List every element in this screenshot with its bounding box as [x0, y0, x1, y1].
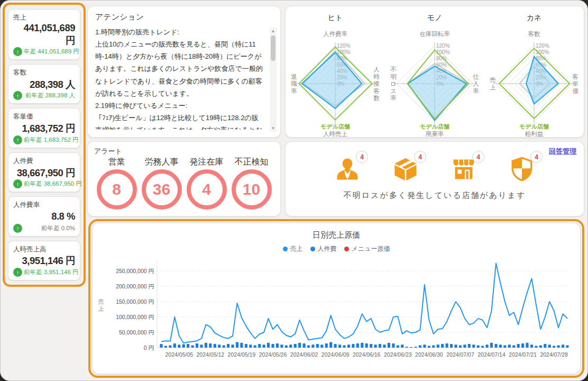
kpi-card: 売上441,051,689 円↑年差 441,051,689 円	[8, 9, 80, 60]
alert-badge: 4	[414, 151, 426, 163]
svg-text:客単価: 客単価	[572, 74, 578, 94]
svg-text:人時接客数: 人時接客数	[373, 66, 380, 101]
scroll-up-icon[interactable]: ▲	[271, 28, 275, 34]
svg-text:60%: 60%	[436, 62, 447, 68]
legend-item: 売上	[283, 244, 303, 253]
kpi-diff-text: 前年差 1,683,752 円	[24, 136, 79, 144]
kpi-label: 人件費	[13, 157, 75, 166]
svg-text:在庫回転率: 在庫回転率	[419, 31, 450, 37]
dashboard: 売上441,051,689 円↑年差 441,051,689 円客数288,39…	[0, 0, 588, 381]
daily-chart-legend: 売上人件費メニュー原価	[93, 244, 580, 253]
store-icon[interactable]: 4	[450, 156, 477, 183]
svg-text:2024/06/02: 2024/06/02	[290, 351, 318, 358]
alert-count-circle[interactable]: 10	[232, 169, 272, 210]
svg-text:0 円: 0 円	[144, 344, 154, 351]
kpi-diff: ↑前年差 38,667,950 円	[13, 179, 75, 188]
kpi-diff-text: 前年差 3,951,146 円	[24, 268, 79, 276]
kpi-card: 人件費38,667,950 円↑前年差 38,667,950 円	[8, 152, 80, 192]
svg-text:人件費率: 人件費率	[323, 31, 347, 37]
attention-text: 1.時間帯別の販売トレンド:上位10のメニューの販売数を見ると、昼間（特に11時…	[95, 26, 273, 130]
kpi-label: 客単価	[13, 112, 75, 121]
alert-count-circle[interactable]: 8	[97, 169, 137, 210]
svg-text:120%: 120%	[436, 43, 450, 49]
svg-text:120%: 120%	[337, 43, 351, 49]
daily-chart-panel: 日別売上原価 売上人件費メニュー原価 0 円50,000,000 円100,00…	[92, 223, 581, 374]
svg-text:2024/07/28: 2024/07/28	[540, 351, 568, 358]
radar-panel: 120%100%80%60%40%20%0%ヒト人件費率人時接客数退職率モデル店…	[285, 6, 584, 138]
alert-panel: アラート 営業8労務人事36発注在庫4不正検知10	[87, 141, 281, 216]
svg-text:廃棄率: 廃棄率	[426, 131, 444, 137]
attention-paragraph: 1.時間帯別の販売トレンド:	[95, 26, 263, 38]
kpi-diff: ↑前年差 3,951,146 円	[13, 268, 75, 277]
svg-text:2024/06/16: 2024/06/16	[353, 351, 381, 358]
svg-text:売上: 売上	[490, 77, 496, 90]
kpi-diff-text: 前年差 288,398 人	[25, 92, 75, 99]
kpi-diff: ↑前年差 1,683,752 円	[13, 135, 75, 144]
kpi-label: 人件費率	[13, 201, 75, 210]
svg-text:2024/06/23: 2024/06/23	[384, 351, 412, 358]
person-icon[interactable]: 4	[334, 156, 361, 183]
shield-icon[interactable]: 4	[508, 156, 536, 183]
scrollbar[interactable]: ▲ ▼	[270, 28, 277, 132]
alert-label: 発注在庫	[190, 157, 224, 168]
kpi-label: 売上	[13, 13, 75, 22]
radar-chart-mono: 120%100%80%60%40%20%0%モノ在庫回転率仕入率不明ロス率モデル…	[385, 6, 484, 137]
attention-paragraph: 上位10のメニューの販売数を見ると、昼間（特に11時-14時）と夕方から夜（特に…	[95, 38, 263, 99]
kpi-value: 1,683,752 円	[13, 122, 75, 135]
scroll-down-icon[interactable]: ▼	[271, 125, 275, 132]
svg-text:粗利益: 粗利益	[525, 131, 544, 137]
kpi-card: 客単価1,683,752 円↑前年差 1,683,752 円	[8, 108, 80, 148]
kpi-label: 客数	[13, 68, 75, 77]
attention-panel: アテンション 1.時間帯別の販売トレンド:上位10のメニューの販売数を見ると、昼…	[87, 6, 281, 138]
scroll-thumb[interactable]	[271, 35, 275, 61]
alert-item: 労務人事36	[142, 157, 182, 210]
radar-chart-hito: 120%100%80%60%40%20%0%ヒト人件費率人時接客数退職率モデル店…	[286, 6, 385, 137]
alert-count-circle[interactable]: 4	[187, 169, 227, 210]
kpi-card: 客数288,398 人↑前年差 288,398 人	[8, 64, 80, 104]
alert-badge: 4	[356, 151, 368, 163]
kpi-label: 人時売上高	[13, 245, 75, 254]
kpi-column-frame: 売上441,051,689 円↑年差 441,051,689 円客数288,39…	[3, 3, 86, 287]
up-arrow-icon: ↑	[13, 268, 22, 277]
svg-text:2024/07/07: 2024/07/07	[446, 351, 474, 358]
alert-badge: 4	[530, 151, 543, 163]
daily-chart-frame: 日別売上原価 売上人件費メニュー原価 0 円50,000,000 円100,00…	[88, 219, 584, 378]
up-arrow-icon: ↑	[13, 135, 22, 144]
alert-count-circle[interactable]: 36	[142, 169, 182, 210]
answer-management-link[interactable]: 回答管理	[549, 147, 576, 156]
svg-text:2024/06/09: 2024/06/09	[321, 351, 350, 358]
svg-text:50,000,000 円: 50,000,000 円	[119, 329, 154, 335]
kpi-value: 38,667,950 円	[13, 166, 75, 179]
legend-item: メニュー原価	[344, 244, 390, 253]
kpi-diff-text: 前年差 38,667,950 円	[24, 180, 82, 188]
svg-text:2024/05/19: 2024/05/19	[228, 351, 256, 358]
svg-text:モデル店舗: モデル店舗	[420, 123, 449, 130]
alert-label: 労務人事	[145, 157, 179, 168]
svg-text:モデル店舗: モデル店舗	[320, 123, 350, 130]
radar-chart-kane: 120%100%80%60%40%20%0%カネ客数客単価売上モデル店舗粗利益	[484, 6, 584, 137]
kpi-card: 人時売上高3,951,146 円↑前年差 3,951,146 円	[8, 241, 80, 280]
up-arrow-icon: ↑	[13, 47, 22, 56]
svg-text:モデル店舗: モデル店舗	[519, 123, 549, 130]
svg-text:モノ: モノ	[427, 13, 443, 22]
up-arrow-icon: ↑	[13, 91, 22, 100]
svg-text:2024/05/26: 2024/05/26	[259, 351, 287, 358]
svg-text:退職率: 退職率	[291, 74, 297, 94]
svg-text:客数: 客数	[528, 31, 541, 37]
daily-chart-title: 日別売上原価	[93, 230, 580, 240]
svg-text:120%: 120%	[536, 43, 549, 49]
svg-text:2024/06/30: 2024/06/30	[415, 351, 443, 358]
attention-paragraph: 2.19時に伸びているメニュー:	[95, 99, 263, 112]
package-icon[interactable]: 4	[392, 156, 419, 183]
svg-text:売上: 売上	[98, 298, 104, 312]
kpi-value: 3,951,146 円	[13, 254, 75, 267]
alert-item: 不正検知10	[232, 157, 272, 210]
svg-text:2024/07/21: 2024/07/21	[509, 351, 537, 358]
svg-text:不明ロス率: 不明ロス率	[390, 66, 397, 101]
attention-paragraph: 「ﾌｪｱ)生ビール」は12時と比較して19時に128.2の販売増加を示しています…	[95, 112, 263, 130]
attention-title: アテンション	[95, 12, 273, 22]
kpi-value: 288,398 人	[13, 78, 75, 91]
kpi-card: 人件費率8.8 %↑前年差 0.0%	[8, 196, 80, 236]
svg-text:仕入率: 仕入率	[472, 74, 479, 94]
svg-text:250,000,000 円: 250,000,000 円	[116, 268, 154, 274]
